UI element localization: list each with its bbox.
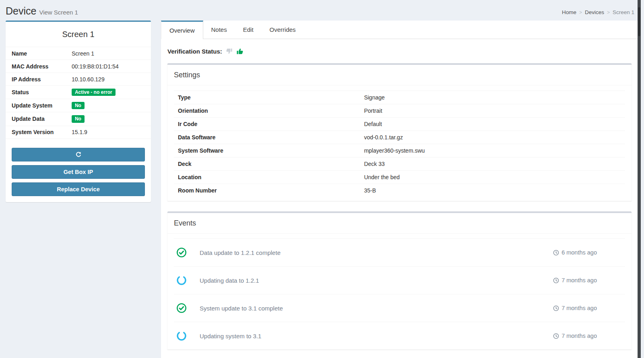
row-label: Data Software	[178, 134, 364, 141]
device-row-status: Status Active - no error	[6, 85, 151, 99]
content-area: Screen 1 Name Screen 1 MAC Address 00:19…	[0, 21, 641, 358]
settings-row-deck: Deck Deck 33	[174, 157, 625, 170]
tab-overrides[interactable]: Overrides	[262, 21, 304, 39]
check-circle-icon	[176, 303, 187, 313]
breadcrumb-home[interactable]: Home	[562, 9, 576, 15]
row-value: Deck 33	[364, 161, 384, 167]
row-value: 10.10.60.129	[72, 76, 105, 83]
row-label: Orientation	[178, 108, 364, 114]
event-time-text: 7 months ago	[561, 277, 597, 284]
tab-overview[interactable]: Overview	[161, 21, 203, 39]
breadcrumb: Home > Devices > Screen 1	[562, 9, 634, 17]
event-text: Data update to 1.2.1 complete	[200, 249, 553, 256]
page-scrollbar[interactable]	[638, 0, 641, 358]
tab-notes[interactable]: Notes	[203, 21, 235, 39]
row-value: Portrait	[364, 108, 382, 114]
event-text: Updating data to 1.2.1	[200, 277, 553, 284]
row-value: Signage	[364, 94, 384, 101]
settings-row-type: Type Signage	[174, 91, 625, 104]
event-text: Updating system to 3.1	[200, 333, 553, 339]
events-list: Data update to 1.2.1 complete 6 months a…	[167, 234, 632, 350]
row-value: 00:19:B8:01:D1:54	[72, 63, 119, 70]
events-panel: Events Data update to 1.2.1 complete	[167, 211, 632, 350]
clock-icon	[553, 250, 559, 256]
event-time-text: 7 months ago	[561, 333, 597, 339]
refresh-button[interactable]	[12, 148, 145, 161]
spinner-icon	[176, 331, 187, 341]
thumbs-down-icon[interactable]	[226, 48, 233, 55]
tab-content-overview: Verification Status:	[161, 39, 638, 358]
update-system-badge: No	[72, 102, 85, 109]
scrollbar-thumb[interactable]	[638, 7, 640, 36]
clock-icon	[553, 333, 559, 339]
event-timestamp: 7 months ago	[553, 277, 597, 284]
row-value: 35-B	[364, 187, 376, 194]
event-time-text: 7 months ago	[561, 305, 597, 311]
breadcrumb-separator: >	[579, 10, 582, 15]
row-value: Screen 1	[72, 50, 94, 57]
event-timestamp: 7 months ago	[553, 333, 597, 339]
tab-bar: Overview Notes Edit Overrides	[161, 21, 638, 39]
event-time-text: 6 months ago	[561, 249, 597, 256]
device-detail-widget: Overview Notes Edit Overrides Verificati…	[161, 21, 638, 358]
clock-icon	[553, 305, 559, 311]
device-row-mac-address: MAC Address 00:19:B8:01:D1:54	[6, 60, 151, 72]
settings-row-data-software: Data Software vod-0.0.1.tar.gz	[174, 130, 625, 144]
verification-status-label: Verification Status:	[167, 48, 222, 55]
settings-table: Type Signage Orientation Portrait Ir Cod…	[167, 85, 632, 201]
settings-row-room-number: Room Number 35-B	[174, 184, 625, 197]
content-header: DeviceView Screen 1 Home > Devices > Scr…	[0, 0, 641, 21]
settings-row-ir-code: Ir Code Default	[174, 117, 625, 130]
event-timestamp: 6 months ago	[553, 249, 597, 256]
row-label: System Software	[178, 147, 364, 154]
check-circle-icon	[176, 247, 187, 258]
row-label: Name	[12, 50, 72, 57]
get-box-ip-button[interactable]: Get Box IP	[12, 165, 145, 179]
row-label: Type	[178, 94, 364, 101]
settings-panel-title: Settings	[167, 65, 632, 85]
row-label: MAC Address	[12, 63, 72, 70]
row-value: vod-0.0.1.tar.gz	[364, 134, 403, 141]
row-label: Status	[12, 89, 72, 95]
refresh-icon	[75, 151, 82, 158]
device-card-title: Screen 1	[6, 22, 151, 47]
events-panel-title: Events	[167, 213, 632, 234]
row-label: Update System	[12, 102, 72, 109]
row-label: System Version	[12, 129, 72, 135]
event-text: System update to 3.1 complete	[200, 305, 553, 312]
row-value: 15.1.9	[72, 129, 87, 135]
device-row-name: Name Screen 1	[6, 47, 151, 60]
row-label: Room Number	[178, 187, 364, 194]
breadcrumb-devices[interactable]: Devices	[585, 9, 604, 15]
event-row: System update to 3.1 complete 7 months a…	[174, 294, 625, 322]
row-label: Location	[178, 174, 364, 180]
row-value: Default	[364, 121, 382, 127]
row-label: IP Address	[12, 76, 72, 83]
device-summary-card: Screen 1 Name Screen 1 MAC Address 00:19…	[6, 21, 151, 202]
settings-panel: Settings Type Signage Orientation Portra…	[167, 63, 632, 201]
status-badge: Active - no error	[72, 89, 116, 96]
page-title: DeviceView Screen 1	[6, 5, 78, 17]
tab-edit[interactable]: Edit	[235, 21, 262, 39]
settings-row-location: Location Under the bed	[174, 170, 625, 184]
settings-row-system-software: System Software mplayer360-system.swu	[174, 144, 625, 157]
row-value: mplayer360-system.swu	[364, 147, 425, 154]
event-row: Data update to 1.2.1 complete 6 months a…	[174, 238, 625, 266]
event-row: Updating system to 3.1 7 months ago	[174, 322, 625, 350]
breadcrumb-current: Screen 1	[613, 9, 634, 15]
page-subtitle: View Screen 1	[39, 9, 78, 16]
thumbs-up-icon[interactable]	[236, 48, 244, 55]
device-info-table: Name Screen 1 MAC Address 00:19:B8:01:D1…	[6, 47, 151, 139]
clock-icon	[553, 277, 559, 284]
event-timestamp: 7 months ago	[553, 305, 597, 311]
spinner-icon	[176, 275, 187, 286]
update-data-badge: No	[72, 115, 85, 122]
settings-row-orientation: Orientation Portrait	[174, 104, 625, 117]
device-row-update-system: Update System No	[6, 99, 151, 112]
page: DeviceView Screen 1 Home > Devices > Scr…	[0, 0, 641, 358]
row-label: Update Data	[12, 116, 72, 122]
device-card-buttons: Get Box IP Replace Device	[6, 139, 151, 196]
device-row-ip-address: IP Address 10.10.60.129	[6, 72, 151, 85]
replace-device-button[interactable]: Replace Device	[12, 182, 145, 196]
event-row: Updating data to 1.2.1 7 months ago	[174, 266, 625, 294]
